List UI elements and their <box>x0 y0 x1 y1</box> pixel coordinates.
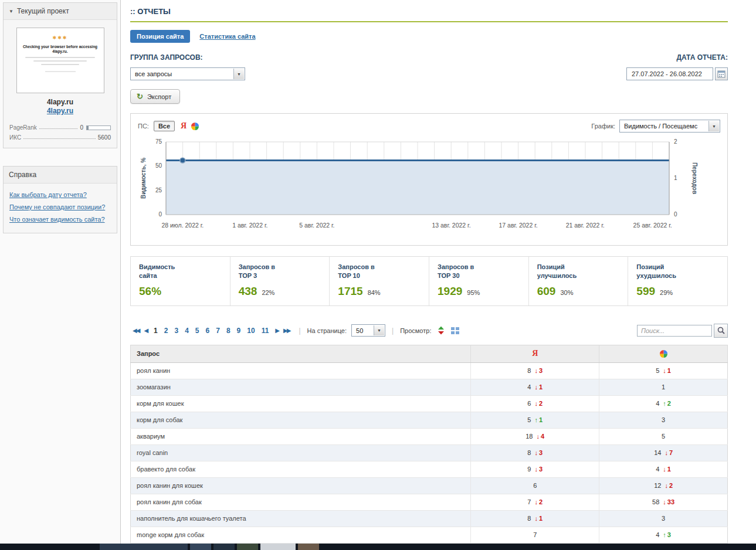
help-link-2[interactable]: Почему не совпадают позиции? <box>9 201 111 213</box>
svg-text:0: 0 <box>674 211 677 218</box>
arrow-down-icon: ↓ <box>534 515 538 522</box>
date-range-wrap: 27.07.2022 - 26.08.2022 <box>626 67 728 80</box>
positions-table: Запрос Я роял канин8↓35↓1зоомагазин4↓11к… <box>130 345 728 550</box>
position-delta: 2 <box>669 482 673 489</box>
per-page-select[interactable]: 50 ▼ <box>351 324 385 337</box>
svg-text:Видимость, %: Видимость, % <box>140 158 147 199</box>
report-date-filter: ДАТА ОТЧЕТА: 27.07.2022 - 26.08.2022 <box>626 53 728 80</box>
query-group-filter: ГРУППА ЗАПРОСОВ: все запросы ▼ <box>130 53 245 80</box>
page-number-7[interactable]: 7 <box>216 327 220 335</box>
search-button[interactable] <box>714 324 728 338</box>
table-header-row: Запрос Я <box>131 345 728 362</box>
position-cell: 5 <box>599 428 728 444</box>
query-cell: роял канин для собак <box>131 494 471 510</box>
ps-all-toggle[interactable]: Все <box>154 121 175 131</box>
page-number-4[interactable]: 4 <box>185 327 189 335</box>
stat-percent: 22% <box>262 289 274 296</box>
project-panel-header[interactable]: ▼ Текущий проект <box>4 3 117 20</box>
svg-text:1: 1 <box>674 175 677 181</box>
stat-label: Запросов вTOP 3 <box>239 263 321 281</box>
prev-page-icon[interactable]: ◀ <box>144 327 147 334</box>
position-cell: 12↓2 <box>599 477 728 494</box>
query-cell: роял канин <box>131 362 471 379</box>
position-cell: 4↑3 <box>599 527 728 543</box>
toolbar-divider <box>299 327 300 335</box>
query-cell: monge корм для собак <box>131 527 471 543</box>
search-input[interactable] <box>637 325 712 337</box>
svg-text:50: 50 <box>155 162 162 169</box>
google-icon[interactable] <box>191 122 199 131</box>
query-group-select[interactable]: все запросы ▼ <box>130 67 245 80</box>
stat-card: Видимостьсайта56% <box>131 257 230 305</box>
position-value: 8 <box>527 515 531 522</box>
svg-text:25 авг. 2022 г.: 25 авг. 2022 г. <box>633 222 672 229</box>
page-number-5[interactable]: 5 <box>195 327 199 335</box>
taskbar-item <box>260 544 296 550</box>
pagerank-meter <box>86 125 111 130</box>
iks-row: ИКС 5600 <box>9 134 111 141</box>
first-page-icon[interactable]: ◀◀ <box>133 327 139 334</box>
svg-text:75: 75 <box>155 138 162 145</box>
query-cell: зоомагазин <box>131 379 471 395</box>
page-number-11[interactable]: 11 <box>262 327 269 335</box>
table-row: зоомагазин4↓11 <box>131 379 728 395</box>
position-delta: 1 <box>539 383 543 391</box>
grid-view-button[interactable] <box>450 325 460 335</box>
table-row: роял канин8↓35↓1 <box>131 362 728 379</box>
last-page-icon[interactable]: ▶▶ <box>283 327 290 334</box>
thumbnail-placeholder-line <box>45 71 76 72</box>
calendar-icon <box>717 70 726 78</box>
taskbar-item <box>237 544 258 550</box>
date-range-input[interactable]: 27.07.2022 - 26.08.2022 <box>626 67 713 80</box>
pagerank-value: 0 <box>80 124 83 131</box>
search-area <box>637 324 728 338</box>
next-page-icon[interactable]: ▶ <box>275 327 279 334</box>
sort-view-button[interactable] <box>437 325 445 335</box>
page-number-10[interactable]: 10 <box>247 327 255 335</box>
calendar-button[interactable] <box>715 67 728 80</box>
position-cell: 9↓3 <box>471 461 599 477</box>
graph-type-select[interactable]: Видимость / Посещаемс ▼ <box>619 120 720 133</box>
chevron-down-icon: ▼ <box>708 121 719 131</box>
position-cell: 8↓1 <box>471 510 599 527</box>
stat-card: Позицийулучшилось60930% <box>528 257 628 305</box>
position-value: 5 <box>527 416 531 423</box>
tab-site-statistics[interactable]: Статистика сайта <box>199 33 255 40</box>
page-number-1[interactable]: 1 <box>154 327 158 335</box>
export-button[interactable]: ↻ Экспорт <box>130 89 180 104</box>
google-column-header <box>599 345 728 362</box>
taskbar-item <box>298 544 319 550</box>
page-number-8[interactable]: 8 <box>226 327 230 335</box>
arrow-up-icon: ↑ <box>534 416 538 423</box>
stat-value: 56% <box>139 285 161 298</box>
table-row: корм для собак5↑13 <box>131 412 728 428</box>
stat-label: Запросов вTOP 30 <box>438 263 520 281</box>
position-cell: 7 <box>471 527 599 543</box>
dotted-leader <box>23 138 96 139</box>
stat-value: 438 <box>239 285 257 298</box>
page-number-6[interactable]: 6 <box>206 327 210 335</box>
page-number-2[interactable]: 2 <box>164 327 168 335</box>
arrow-down-icon: ↓ <box>663 367 666 374</box>
position-delta: 1 <box>667 367 671 374</box>
page-number-3[interactable]: 3 <box>174 327 178 335</box>
help-link-3[interactable]: Что означает видимость сайта? <box>9 213 111 226</box>
query-cell: корм для кошек <box>131 395 471 412</box>
tab-site-position[interactable]: Позиция сайта <box>130 30 190 43</box>
yandex-icon[interactable]: Я <box>181 121 187 131</box>
position-delta: 2 <box>539 498 543 505</box>
search-icon <box>717 327 725 334</box>
project-link[interactable]: 4lapy.ru <box>4 107 117 115</box>
project-panel-title: Текущий проект <box>17 7 69 15</box>
position-delta: 4 <box>541 433 544 440</box>
help-link-1[interactable]: Как выбрать дату отчета? <box>9 189 111 201</box>
chevron-down-icon: ▼ <box>374 325 384 335</box>
grid-icon <box>451 327 459 334</box>
view-label: Просмотр: <box>400 327 431 334</box>
position-cell: 18↓4 <box>471 428 599 444</box>
stat-label: Видимостьсайта <box>139 263 222 281</box>
position-delta: 3 <box>539 466 543 473</box>
position-cell: 6↓2 <box>471 395 599 412</box>
table-row: royal canin8↓314↓7 <box>131 444 728 461</box>
page-number-9[interactable]: 9 <box>237 327 241 335</box>
